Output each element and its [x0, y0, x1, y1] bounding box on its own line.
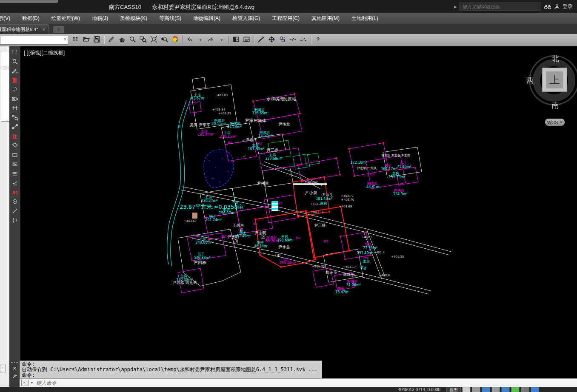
command-history-line: 自动保存到 C:\Users\Administrator\appdata\loc…: [22, 367, 320, 372]
panel-grid-button[interactable]: [242, 35, 251, 45]
tool-label-.91[interactable]: .91: [10, 188, 20, 197]
menu-item-5[interactable]: 质检模块(K): [114, 13, 153, 24]
redo-button[interactable]: [206, 35, 216, 45]
rows2-icon[interactable]: [10, 169, 20, 179]
caret-button[interactable]: [217, 35, 226, 45]
viewcube-top-face[interactable]: 上: [542, 68, 567, 92]
copy-button[interactable]: [277, 35, 287, 45]
command-input[interactable]: [35, 380, 577, 386]
rect-icon[interactable]: [10, 151, 20, 160]
command-palette-grip[interactable]: ✕: [9, 361, 20, 387]
segment-icon[interactable]: [10, 207, 20, 216]
line-join-button[interactable]: [299, 35, 308, 45]
menu-item-3[interactable]: 绘图处理(W): [46, 13, 86, 24]
viewport-controls[interactable]: [-][俯视][二维线框]: [24, 49, 65, 57]
move-button[interactable]: [267, 35, 277, 45]
map-svg[interactable]: 永和横街防疫站尹家村集体吴田 尹军平尹伟兰尹伟兰尹春平尹三标尹小泉尹水生尹志明一…: [0, 0, 577, 392]
map-label: 主房: [392, 171, 399, 175]
login-button[interactable]: 登录: [563, 3, 573, 10]
dot-circle-icon[interactable]: [10, 85, 20, 94]
status-toggle[interactable]: [521, 387, 529, 392]
waves-icon[interactable]: [10, 216, 20, 225]
bench-icon[interactable]: [10, 179, 20, 188]
pencil-button[interactable]: [106, 35, 116, 45]
map-parcel: [264, 195, 298, 223]
model-space-button[interactable]: 模型: [446, 387, 461, 392]
rows-icon[interactable]: [10, 160, 20, 169]
map-label: 181.40m²: [316, 197, 333, 201]
pan-button[interactable]: [117, 35, 127, 45]
map-corner-marker: [254, 219, 256, 220]
active-document-tab[interactable]: 屋面积宗地图总6.4* ×: [0, 24, 49, 34]
menu-item-7[interactable]: 地物编辑(A): [187, 13, 226, 24]
edit-note-icon[interactable]: [10, 66, 20, 76]
map-label: 主房: [199, 237, 206, 241]
viewcube[interactable]: 北 西 南 东 上: [529, 55, 577, 108]
close-icon[interactable]: ✕: [12, 366, 16, 371]
zoom-prev-button[interactable]: [160, 35, 169, 45]
caret-button[interactable]: [195, 35, 205, 45]
map-label: 附属房: [394, 188, 404, 192]
save-button[interactable]: [92, 35, 102, 45]
menu-item-8[interactable]: 检查入库(G): [226, 13, 266, 24]
menu-item-1[interactable]: 示(V): [0, 13, 16, 24]
cursor-coordinates: 4049013.0714, 0.0000: [398, 387, 440, 392]
zoom-button[interactable]: [128, 35, 137, 45]
poly-rect-icon[interactable]: [10, 141, 20, 151]
status-toggle[interactable]: [491, 387, 500, 392]
zoom-window-button[interactable]: [138, 35, 148, 45]
tool-label-重[interactable]: 重: [10, 76, 20, 85]
gate-icon[interactable]: [10, 104, 20, 113]
help-button[interactable]: ?: [313, 35, 323, 45]
tool-label-注[interactable]: 注: [10, 132, 20, 141]
status-toggle[interactable]: [531, 387, 539, 392]
viewcube-west[interactable]: 西: [526, 75, 534, 85]
binoculars-search-icon[interactable]: [544, 4, 551, 10]
menu-item-9[interactable]: 工程应用(C): [266, 13, 306, 24]
status-toggle[interactable]: [511, 387, 520, 392]
layer-combobox[interactable]: ˅: [0, 36, 68, 45]
drawing-canvas[interactable]: 永和横街防疫站尹家村集体吴田 尹军平尹伟兰尹伟兰尹春平尹三标尹小泉尹水生尹志明一…: [0, 0, 577, 392]
map-label: 77.56m²: [363, 246, 377, 250]
status-toggle[interactable]: [462, 387, 471, 392]
wcs-dropdown[interactable]: WCS▼: [545, 119, 565, 126]
chevron-down-icon[interactable]: ▼: [30, 381, 34, 385]
grip-icon[interactable]: [10, 48, 20, 57]
menu-item-2[interactable]: 数据(D): [16, 13, 46, 24]
brush-button[interactable]: [256, 35, 266, 45]
hatch-button[interactable]: [71, 35, 80, 45]
search-expand-icon[interactable]: ▶: [454, 5, 457, 9]
search-input[interactable]: [460, 3, 541, 11]
redraw-button[interactable]: [170, 35, 180, 45]
wrench-icon[interactable]: [12, 374, 17, 379]
map-corner-marker: [305, 210, 306, 211]
user-icon[interactable]: [554, 4, 560, 10]
line-break-button[interactable]: [288, 35, 298, 45]
menu-item-6[interactable]: 等高线(S): [153, 13, 187, 24]
menu-item-10[interactable]: 其他应用(M): [306, 13, 346, 24]
panel-left-button[interactable]: [231, 35, 241, 45]
open-button[interactable]: [81, 35, 91, 45]
status-toggle[interactable]: [472, 387, 480, 392]
zoom-scale-button[interactable]: [149, 35, 159, 45]
viewcube-south[interactable]: 南: [551, 100, 559, 111]
docked-panel-edge[interactable]: [0, 46, 10, 387]
code-search-icon[interactable]: [10, 57, 20, 66]
menu-item-11[interactable]: 土地利用(L): [346, 13, 384, 24]
map-label: 154.3m²: [393, 192, 408, 196]
circle-dot-icon[interactable]: [10, 197, 20, 207]
undo-button[interactable]: [185, 35, 194, 45]
measure-icon[interactable]: [10, 122, 20, 132]
quick-access-strip[interactable]: [0, 0, 58, 3]
command-history[interactable]: 命令:自动保存到 C:\Users\Administrator\appdata\…: [20, 361, 322, 378]
coord-search-icon[interactable]: [10, 113, 20, 122]
menu-item-4[interactable]: 地籍(J): [86, 13, 114, 24]
tab-close-icon[interactable]: ×: [43, 27, 45, 32]
viewcube-north[interactable]: 北: [551, 54, 559, 64]
status-toggle[interactable]: [501, 387, 510, 392]
new-tab-button[interactable]: +: [53, 26, 64, 33]
palette-collapse-arrow[interactable]: ›: [0, 364, 6, 372]
camera-icon[interactable]: [10, 94, 20, 104]
status-toggle[interactable]: [482, 387, 490, 392]
command-prompt-icon[interactable]: >_: [21, 380, 29, 386]
